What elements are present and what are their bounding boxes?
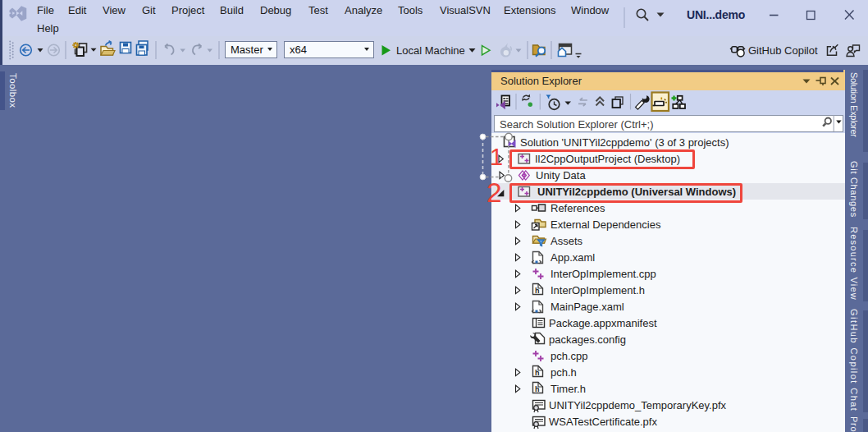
svg-text:h: h xyxy=(535,369,540,377)
svg-text:h: h xyxy=(535,385,540,393)
svg-text:h: h xyxy=(535,287,540,295)
